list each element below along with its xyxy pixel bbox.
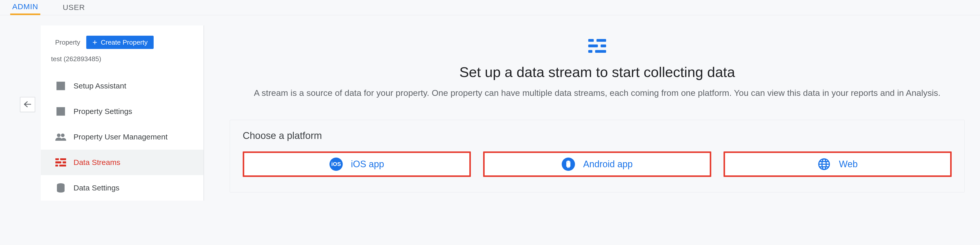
nav-label: Property User Management (73, 133, 168, 141)
page-subtitle: A stream is a source of data for your pr… (254, 87, 941, 100)
plus-icon: + (92, 38, 97, 46)
svg-rect-17 (588, 50, 592, 53)
nav-setup-assistant[interactable]: Setup Assistant (41, 73, 204, 99)
create-property-button[interactable]: + Create Property (86, 36, 154, 49)
svg-point-19 (567, 162, 568, 162)
svg-rect-18 (595, 50, 606, 53)
data-streams-hero-icon (588, 38, 606, 54)
nav-label: Data Settings (73, 183, 119, 192)
svg-rect-10 (56, 165, 58, 166)
svg-rect-8 (56, 162, 61, 163)
property-sidebar: Property + Create Property test (2628934… (41, 25, 204, 201)
svg-point-20 (569, 162, 570, 162)
property-label: Property (55, 38, 80, 46)
svg-rect-1 (57, 107, 65, 115)
svg-rect-15 (588, 44, 598, 47)
platform-label: iOS app (351, 159, 384, 169)
arrow-left-icon (24, 100, 32, 109)
page-title: Set up a data stream to start collecting… (460, 64, 735, 80)
nav-label: Data Streams (73, 158, 120, 167)
platform-web-button[interactable]: Web (724, 152, 952, 177)
property-nav: Setup Assistant Property Settings (41, 73, 204, 201)
nav-property-user-management[interactable]: Property User Management (41, 124, 204, 150)
svg-point-4 (57, 134, 60, 137)
checkbox-icon (55, 80, 66, 92)
people-icon (55, 131, 66, 142)
nav-label: Property Settings (73, 107, 132, 116)
platform-card: Choose a platform iOS iOS app Android ap (230, 120, 965, 193)
nav-data-settings[interactable]: Data Settings (41, 175, 204, 201)
svg-point-5 (61, 134, 65, 137)
nav-label: Setup Assistant (73, 82, 126, 90)
ios-icon: iOS (329, 158, 343, 171)
top-tabs: ADMIN USER (0, 0, 980, 15)
property-name: test (262893485) (41, 55, 204, 73)
main-content: Set up a data stream to start collecting… (204, 15, 980, 245)
svg-rect-11 (59, 165, 66, 166)
back-button[interactable] (20, 97, 35, 112)
svg-rect-14 (597, 39, 606, 42)
data-streams-icon (55, 157, 66, 168)
android-icon (562, 158, 575, 171)
svg-rect-16 (600, 44, 606, 47)
platform-android-button[interactable]: Android app (483, 152, 711, 177)
tab-admin[interactable]: ADMIN (10, 0, 40, 15)
nav-data-streams[interactable]: Data Streams (41, 150, 204, 175)
nav-property-settings[interactable]: Property Settings (41, 99, 204, 124)
layout-icon (55, 106, 66, 117)
globe-icon (818, 158, 831, 171)
platform-ios-button[interactable]: iOS iOS app (243, 152, 471, 177)
svg-rect-13 (588, 39, 594, 42)
svg-rect-6 (56, 158, 59, 160)
database-icon (55, 182, 66, 193)
platform-label: Android app (583, 159, 633, 169)
tab-user[interactable]: USER (61, 0, 87, 15)
svg-rect-9 (63, 162, 66, 163)
choose-platform-label: Choose a platform (243, 130, 952, 141)
svg-rect-7 (60, 158, 66, 160)
platform-label: Web (839, 159, 858, 169)
create-property-label: Create Property (101, 38, 148, 46)
